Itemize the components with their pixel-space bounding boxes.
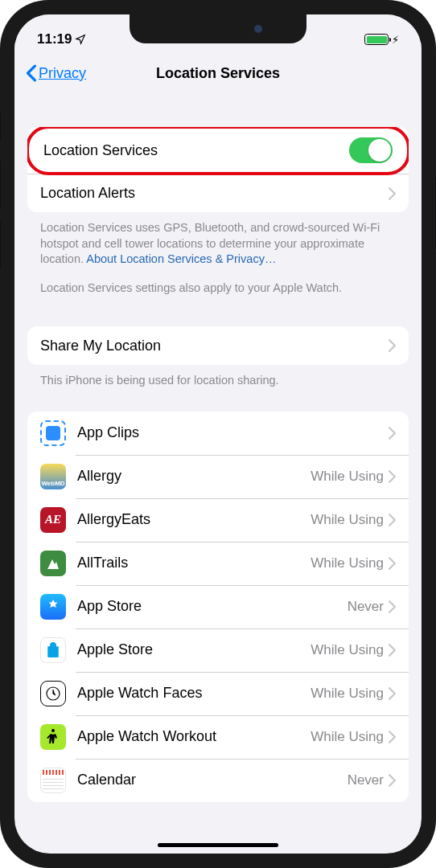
home-indicator[interactable] xyxy=(158,843,278,847)
app-row-apple-store[interactable]: Apple Store While Using xyxy=(27,628,409,672)
time-label: 11:19 xyxy=(37,31,72,47)
app-name: App Store xyxy=(77,598,348,615)
allergy-icon: WebMD xyxy=(40,464,66,489)
section-apps: App Clips WebMD Allergy While Using AE A… xyxy=(27,411,409,802)
silent-switch xyxy=(0,113,1,141)
svg-rect-0 xyxy=(48,648,58,657)
app-row-app-clips[interactable]: App Clips xyxy=(27,411,409,455)
chevron-right-icon xyxy=(389,687,396,700)
chevron-right-icon xyxy=(389,187,396,200)
about-privacy-link[interactable]: About Location Services & Privacy… xyxy=(86,252,276,265)
location-alerts-label: Location Alerts xyxy=(40,185,389,202)
chevron-right-icon xyxy=(389,427,396,440)
apple-store-icon xyxy=(40,637,66,663)
calendar-icon xyxy=(40,768,66,793)
app-row-allergy[interactable]: WebMD Allergy While Using xyxy=(27,455,409,498)
chevron-right-icon xyxy=(389,514,396,526)
page-title: Location Services xyxy=(156,65,280,82)
nav-bar: Privacy Location Services xyxy=(14,56,422,92)
location-arrow-icon xyxy=(75,34,86,45)
app-name: AllTrails xyxy=(77,555,311,571)
content: Location Services Location Alerts Locati… xyxy=(14,92,422,802)
app-row-calendar[interactable]: Calendar Never xyxy=(27,759,409,802)
chevron-right-icon xyxy=(389,644,396,657)
chevron-right-icon xyxy=(389,774,396,787)
watch-faces-icon xyxy=(40,681,66,706)
app-name: Apple Store xyxy=(77,641,311,658)
chevron-right-icon xyxy=(389,731,396,743)
app-status: While Using xyxy=(311,469,384,485)
charging-icon: ⚡︎ xyxy=(392,34,399,46)
app-name: Apple Watch Workout xyxy=(77,728,311,745)
app-list: App Clips WebMD Allergy While Using AE A… xyxy=(27,411,409,802)
section-share: Share My Location This iPhone is being u… xyxy=(27,326,409,389)
app-name: Allergy xyxy=(77,468,311,485)
app-status: While Using xyxy=(311,729,384,745)
cell-group-primary: Location Services Location Alerts xyxy=(27,127,409,212)
chevron-right-icon xyxy=(389,600,396,613)
chevron-right-icon xyxy=(389,339,396,352)
footer-text-1: Location Services uses GPS, Bluetooth, a… xyxy=(27,212,409,268)
share-location-row[interactable]: Share My Location xyxy=(27,326,409,365)
app-status: While Using xyxy=(311,642,384,658)
app-status: While Using xyxy=(311,686,384,702)
app-row-watch-workout[interactable]: Apple Watch Workout While Using xyxy=(27,715,409,759)
app-name: AllergyEats xyxy=(77,511,311,528)
app-status: Never xyxy=(348,599,384,615)
location-services-label: Location Services xyxy=(43,142,349,159)
chevron-left-icon xyxy=(26,64,37,82)
volume-up xyxy=(0,161,1,209)
section-primary: Location Services Location Alerts Locati… xyxy=(27,127,409,296)
screen: 11:19 ⚡︎ Privacy Location Services Locat… xyxy=(14,14,422,854)
app-status: While Using xyxy=(311,555,384,571)
location-services-toggle-row[interactable]: Location Services xyxy=(27,127,409,175)
location-alerts-row[interactable]: Location Alerts xyxy=(27,174,409,212)
battery-icon xyxy=(364,34,389,45)
footer-text-2: Location Services settings also apply to… xyxy=(27,268,409,297)
app-name: Apple Watch Faces xyxy=(77,685,311,702)
status-time: 11:19 xyxy=(37,31,86,47)
app-name: Calendar xyxy=(77,772,348,788)
notch xyxy=(130,14,306,43)
back-button[interactable]: Privacy xyxy=(26,64,86,82)
alltrails-icon xyxy=(40,551,66,576)
app-store-icon xyxy=(40,594,66,620)
back-label: Privacy xyxy=(39,65,86,82)
share-footer: This iPhone is being used for location s… xyxy=(27,365,409,389)
allergyeats-icon: AE xyxy=(40,507,66,533)
watch-workout-icon xyxy=(40,724,66,750)
share-location-label: Share My Location xyxy=(40,338,389,354)
cell-group-share: Share My Location xyxy=(27,326,409,365)
app-name: App Clips xyxy=(77,424,384,441)
chevron-right-icon xyxy=(389,470,396,483)
app-row-alltrails[interactable]: AllTrails While Using xyxy=(27,542,409,585)
device-frame: 11:19 ⚡︎ Privacy Location Services Locat… xyxy=(0,0,436,868)
status-right: ⚡︎ xyxy=(364,34,399,46)
app-clips-icon xyxy=(40,420,66,446)
app-row-watch-faces[interactable]: Apple Watch Faces While Using xyxy=(27,672,409,715)
volume-down xyxy=(0,221,1,269)
app-row-allergyeats[interactable]: AE AllergyEats While Using xyxy=(27,498,409,542)
location-services-toggle[interactable] xyxy=(349,137,393,163)
app-status: Never xyxy=(348,772,384,788)
app-status: While Using xyxy=(311,512,384,528)
app-row-app-store[interactable]: App Store Never xyxy=(27,585,409,628)
chevron-right-icon xyxy=(389,557,396,570)
